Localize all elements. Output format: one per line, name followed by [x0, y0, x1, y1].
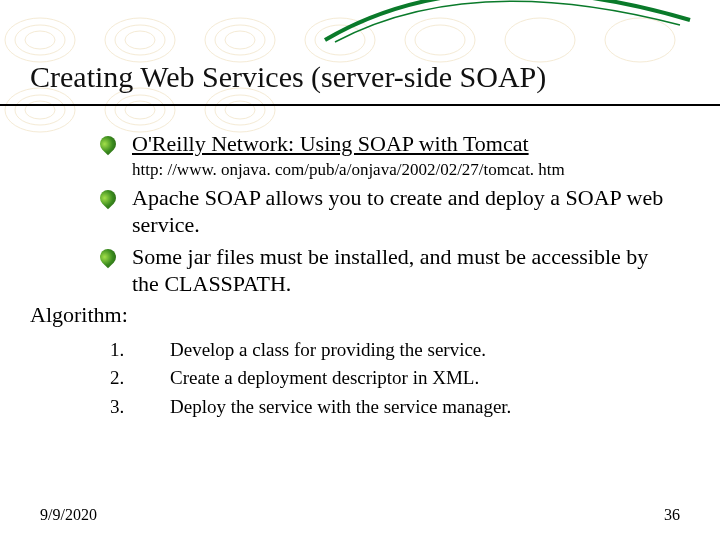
bullet-item: O'Reilly Network: Using SOAP with Tomcat… [100, 130, 670, 180]
list-item: 2. Create a deployment descriptor in XML… [110, 364, 680, 393]
list-item: 1. Develop a class for providing the ser… [110, 336, 680, 365]
bullet-item: Some jar files must be installed, and mu… [100, 243, 670, 298]
bullet-list: O'Reilly Network: Using SOAP with Tomcat… [70, 130, 680, 298]
step-number: 2. [110, 364, 170, 393]
bullet-text: Apache SOAP allows you to create and dep… [132, 185, 663, 238]
bullet-item: Apache SOAP allows you to create and dep… [100, 184, 670, 239]
title-underline [0, 104, 720, 106]
step-number: 1. [110, 336, 170, 365]
slide-title: Creating Web Services (server-side SOAP) [30, 60, 680, 94]
link-text[interactable]: O'Reilly Network: Using SOAP with Tomcat [132, 131, 529, 156]
algorithm-label: Algorithm: [30, 302, 680, 328]
step-text: Create a deployment descriptor in XML. [170, 364, 479, 393]
numbered-list: 1. Develop a class for providing the ser… [110, 336, 680, 422]
footer-date: 9/9/2020 [40, 506, 97, 524]
url-text: http: //www. onjava. com/pub/a/onjava/20… [132, 160, 670, 180]
page-number: 36 [664, 506, 680, 524]
bullet-text: Some jar files must be installed, and mu… [132, 244, 648, 297]
list-item: 3. Deploy the service with the service m… [110, 393, 680, 422]
step-number: 3. [110, 393, 170, 422]
step-text: Deploy the service with the service mana… [170, 393, 511, 422]
footer: 9/9/2020 36 [40, 506, 680, 524]
step-text: Develop a class for providing the servic… [170, 336, 486, 365]
